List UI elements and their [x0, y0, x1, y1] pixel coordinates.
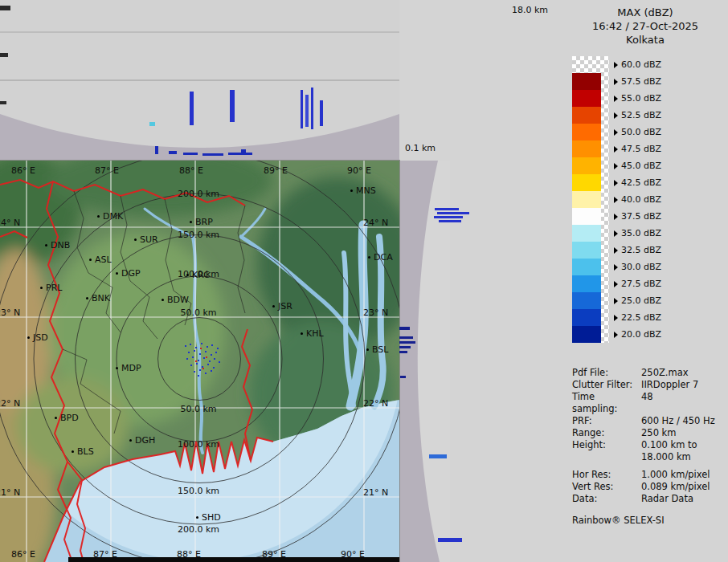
lon-label-bottom: 88° E: [177, 549, 201, 560]
radar-echo-speckle: [186, 358, 188, 360]
dbz-scale-label: 42.5 dBZ: [621, 177, 661, 188]
city-marker-jsd: JSD: [27, 332, 48, 343]
echo-bar: [320, 100, 323, 126]
info-value: Radar Data: [641, 493, 693, 505]
echo-bar: [439, 220, 461, 222]
dbz-scale-label: 32.5 dBZ: [621, 245, 661, 255]
echo-bar: [202, 153, 223, 156]
city-code: PRL: [46, 283, 62, 293]
city-code: BLS: [77, 446, 94, 457]
city-dot-icon: [368, 256, 370, 259]
city-code: SUR: [140, 234, 158, 245]
dbz-swatch: [572, 140, 601, 157]
city-marker-khl: KHL: [301, 328, 324, 339]
city-code: JSR: [278, 301, 292, 312]
radar-echo-speckle: [211, 370, 212, 372]
city-code: SHD: [202, 512, 221, 523]
radar-echo-speckle: [196, 363, 198, 364]
info-row: Vert Res:0.089 km/pixel: [572, 481, 728, 493]
dbz-swatch: [572, 309, 601, 326]
dbz-scale-label: 57.5 dBZ: [621, 76, 661, 87]
city-marker-shd: SHD: [196, 512, 221, 523]
city-dot-icon: [186, 274, 189, 276]
city-code: BPD: [60, 413, 79, 423]
radar-echo-speckle: [195, 360, 197, 362]
lon-label-top: 89° E: [264, 165, 288, 176]
city-code: ASL: [95, 255, 112, 265]
info-row: Range:250 km: [572, 427, 728, 439]
dbz-swatch: [572, 242, 601, 259]
radar-echo-speckle: [185, 345, 186, 347]
radar-echo-speckle: [188, 352, 190, 353]
city-dot-icon: [116, 272, 118, 275]
dbz-scale-row: 55.0 dBZ: [572, 90, 709, 107]
lat-label-left: 24° N: [0, 218, 20, 228]
city-dot-icon: [55, 417, 57, 419]
radar-echo-speckle: [205, 373, 207, 374]
range-ring-label: 50.0 km: [180, 307, 216, 318]
dbz-scale-row: 47.5 dBZ: [572, 140, 709, 157]
city-marker-jsr: JSR: [272, 301, 292, 312]
info-row: 18.000 km: [572, 451, 728, 463]
tick-arrow-icon: [614, 163, 618, 169]
tick-arrow-icon: [614, 247, 618, 254]
radar-echo-speckle: [209, 360, 211, 362]
dbz-scale-label: 47.5 dBZ: [621, 144, 661, 154]
tick-arrow-icon: [614, 230, 618, 237]
dbz-scale-row: 35.0 dBZ: [572, 225, 709, 242]
info-label: Data:: [572, 493, 641, 505]
dbz-swatch: [572, 107, 601, 124]
top-projection-panel: [0, 0, 399, 161]
dbz-swatch: [572, 208, 601, 225]
info-row: Hor Res:1.000 km/pixel: [572, 469, 728, 481]
dbz-color-scale: 60.0 dBZ57.5 dBZ55.0 dBZ52.5 dBZ50.0 dBZ…: [572, 56, 709, 343]
tick-arrow-icon: [614, 214, 618, 220]
dbz-swatch: [572, 292, 601, 309]
echo-bar: [190, 92, 194, 125]
radar-echo-speckle: [206, 356, 207, 358]
info-value: 48: [641, 391, 653, 415]
city-marker-mns: MNS: [350, 185, 376, 196]
radar-echo-speckle: [194, 371, 195, 373]
lon-label-top: 86° E: [11, 165, 35, 176]
dbz-swatch: [572, 73, 601, 90]
tick-arrow-icon: [614, 62, 618, 68]
dbz-scale-row: 52.5 dBZ: [572, 107, 709, 124]
city-marker-krc: KRC: [186, 270, 210, 280]
info-label: Hor Res:: [572, 469, 641, 481]
dbz-scale-label: 27.5 dBZ: [621, 279, 661, 289]
dbz-scale-label: 37.5 dBZ: [621, 211, 661, 222]
info-label: Pdf File:: [572, 367, 641, 379]
city-marker-dca: DCA: [368, 252, 393, 263]
dbz-scale-label: 30.0 dBZ: [621, 262, 661, 272]
info-label: Time sampling:: [572, 391, 641, 415]
echo-bar: [228, 153, 252, 155]
dbz-scale-row: 45.0 dBZ: [572, 157, 709, 174]
echo-bar: [311, 88, 313, 129]
info-row: Height:0.100 km to: [572, 439, 728, 451]
dbz-swatch: [572, 174, 601, 191]
radar-echo-speckle: [194, 350, 195, 352]
dbz-swatch: [572, 157, 601, 174]
dbz-scale-row: 42.5 dBZ: [572, 174, 709, 191]
city-marker-bnk: BNK: [86, 293, 110, 303]
lon-label-top: 90° E: [347, 165, 371, 176]
lon-label-bottom: 89° E: [262, 549, 286, 560]
city-dot-icon: [86, 297, 88, 299]
echo-bar: [155, 146, 158, 154]
city-code: BNK: [92, 293, 110, 303]
dbz-scale-label: 55.0 dBZ: [621, 93, 661, 104]
tick-arrow-icon: [614, 281, 618, 287]
dbz-scale-row: 32.5 dBZ: [572, 242, 709, 259]
range-ring-label: 200.0 km: [178, 524, 219, 535]
dbz-scale-rows: 60.0 dBZ57.5 dBZ55.0 dBZ52.5 dBZ50.0 dBZ…: [572, 56, 709, 343]
radar-echo-speckle: [214, 358, 215, 360]
dbz-swatch: [572, 90, 601, 107]
echo-bar: [438, 538, 462, 542]
city-dot-icon: [272, 305, 275, 307]
echo-bar: [301, 90, 303, 128]
radar-echo-speckle: [199, 353, 201, 355]
echo-bar: [400, 376, 406, 378]
dbz-scale-row: 37.5 dBZ: [572, 208, 709, 225]
city-code: BRP: [195, 217, 213, 227]
